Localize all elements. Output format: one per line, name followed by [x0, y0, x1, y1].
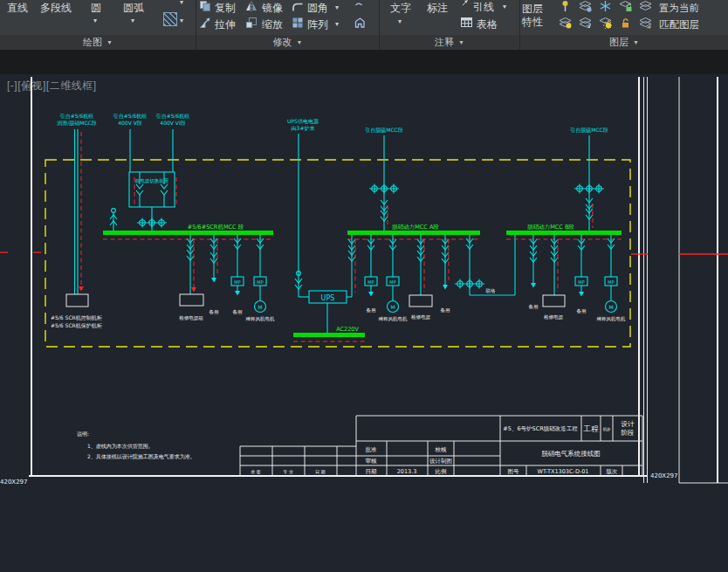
edit-polyline-icon[interactable] [354, 16, 367, 32]
feeder-label-spare: 备用 [233, 309, 243, 315]
panel-modify-caret-icon: ▼ [297, 39, 303, 45]
project-name: #5、6号炉SCR脱硝改造工程 [503, 425, 578, 432]
feeder-label-fan: 稀释风机电机 [246, 316, 276, 322]
design-stage-line2: 阶段 [622, 429, 635, 437]
ac220v-bus-label: AC220V [336, 326, 359, 333]
revision-cloud-dropdown[interactable]: ▾ [180, 0, 183, 6]
set-current-button[interactable]: 置为当前 [659, 2, 699, 15]
array-button[interactable]: 阵列 [307, 17, 328, 32]
arc-dropdown[interactable]: ▾ [131, 17, 134, 24]
dimension-button[interactable]: 标注 [427, 1, 448, 16]
motor-symbol-label: M [390, 304, 395, 310]
panel-layers-caret-icon: ▼ [633, 39, 639, 45]
table-icon [460, 16, 473, 32]
feeder-label-spare: 备用 [577, 308, 587, 314]
autocad-window: 直线 多段线 圆 ▾ 圆弧 ▾ ▾ ▾ 绘图 ▼ 复制 镜像 圆角 ▾ [0, 0, 728, 572]
scale-label: 比例 [436, 468, 447, 475]
text-button[interactable]: 文字 [390, 1, 411, 16]
layer-thaw-icon[interactable] [599, 17, 612, 29]
mp-box-label: MP [234, 279, 240, 285]
feeder-label-fan: 稀释风机电机 [597, 316, 627, 322]
ribbon: 直线 多段线 圆 ▾ 圆弧 ▾ ▾ ▾ 绘图 ▼ 复制 镜像 圆角 ▾ [0, 0, 728, 50]
circle-button[interactable]: 圆 [91, 1, 101, 16]
layer-current-icon [639, 0, 652, 12]
stage-note: 初步 [603, 427, 612, 431]
polyline-button[interactable]: 多段线 [40, 1, 72, 16]
viewport-controls-menu[interactable]: [-] [7, 79, 17, 92]
busA-incomer-label: 引自脱硫MCC段 [365, 127, 403, 134]
arc-button[interactable]: 圆弧 [123, 1, 144, 16]
leader-button[interactable]: 引线 [473, 0, 494, 15]
incomer-lube-mcc: 引自#5/6机组 润滑/脱硝MCC段 #5/6 SCR机控制机柜 #5/6 SC… [51, 113, 102, 328]
mp-box-label: MP [257, 279, 263, 285]
viewport-style-menu[interactable]: [二维线框] [46, 79, 97, 92]
layer-properties-line1: 图层 [522, 3, 543, 16]
bus-a-incomer: 引自脱硫MCC段 [365, 127, 403, 231]
layer-properties-line2: 特性 [522, 16, 543, 29]
feeder-label-maint: 检修电源 [544, 314, 564, 320]
leader-dropdown[interactable]: ▾ [503, 3, 506, 10]
scale-button[interactable]: 缩放 [262, 17, 283, 32]
sheet-size-right: 420X297 [650, 472, 678, 479]
revision-label: 版次 [607, 468, 619, 475]
panel-title-draw[interactable]: 绘图 ▼ [0, 35, 196, 50]
match-layer-button[interactable]: 匹配图层 [659, 18, 699, 31]
drawing-number-value: WT-TX1303C-D-01 [537, 468, 588, 475]
layer-properties-button[interactable]: 图层 特性 [522, 3, 543, 29]
hatch-icon[interactable] [163, 12, 177, 26]
mp-box-label: MP [389, 279, 395, 285]
mirror-button[interactable]: 镜像 [262, 1, 283, 16]
fillet-dropdown[interactable]: ▾ [335, 3, 339, 11]
table-button[interactable]: 表格 [477, 17, 498, 32]
tie-line-label: 联络 [486, 288, 497, 293]
title-block: #5、6号炉SCR脱硝改造工程 工程 初步 设计 阶段 脱硝电气系统接线图 批准… [240, 416, 642, 476]
circle-dropdown[interactable]: ▾ [93, 17, 97, 24]
panel-title-layers[interactable]: 图层 ▼ [520, 35, 728, 50]
review-label: 审核 [366, 458, 378, 465]
array-dropdown[interactable]: ▾ [335, 20, 339, 28]
incomer3-label-line1: 引自#5/6机组 [156, 113, 190, 120]
cabinet-label-1: #5/6 SCR机控制机柜 [51, 314, 102, 321]
layer-unlock-icon[interactable] [619, 17, 632, 29]
file-tab-bar: 开始 D 电气图纸* × + [0, 50, 728, 74]
fillet-button[interactable]: 圆角 [307, 1, 328, 16]
blend-icon[interactable] [352, 0, 366, 5]
text-dropdown[interactable]: ▾ [398, 17, 402, 25]
incomer1-label-line2: 润滑/脱硝MCC段 [57, 120, 97, 127]
layer-pin-icon[interactable] [559, 0, 572, 12]
sign-date-label: 日 期 [315, 469, 326, 475]
ups-branch: UPS供电电源 由3#炉来 UPS AC220V [287, 118, 365, 341]
bus-denox-mcc-b: 脱硝动力MCC B段 备用 检修电源 MP 备用 MP [506, 224, 626, 322]
panel-title-annotate[interactable]: 注释 ▼ [380, 35, 519, 50]
viewport-view-menu[interactable]: [俯视] [17, 79, 46, 92]
panel-title-draw-label: 绘图 [83, 36, 102, 49]
panel-title-modify-label: 修改 [273, 36, 292, 49]
layer-unisolate-icon[interactable] [579, 17, 592, 29]
design-stage-line1: 设计 [622, 420, 635, 428]
mp-box-label: MP [608, 279, 614, 285]
panel-title-layers-label: 图层 [609, 36, 628, 49]
hatch-dropdown[interactable]: ▾ [180, 17, 183, 24]
drawing-number-label: 图号 [508, 468, 520, 475]
date-label: 日期 [366, 468, 377, 475]
layer-lock-icon[interactable] [619, 0, 632, 12]
approve-label: 批准 [366, 446, 378, 453]
panel-title-modify[interactable]: 修改 ▼ [196, 35, 379, 50]
bus1-label: #5/6#SCR机MCC 段 [188, 224, 244, 231]
cabinet-label-2: #5/6 SCR机保护机柜 [51, 322, 102, 328]
layer-isolate-icon[interactable] [579, 0, 592, 12]
copy-button[interactable]: 复制 [215, 1, 236, 16]
layer-on-off-icon[interactable] [559, 17, 572, 29]
line-button[interactable]: 直线 [7, 1, 28, 16]
copy-icon [199, 0, 211, 16]
dual-power-switch-label: 双电源切换装置 [134, 178, 169, 184]
layer-freeze-icon[interactable] [599, 0, 612, 12]
motor-symbol-label: M [608, 304, 613, 310]
bus-denox-mcc-a: 脱硝动力MCC A段 MP 备用 MP M 稀释风机电机 [347, 224, 515, 322]
mirror-icon [245, 0, 258, 16]
schematic-drawing: 420X297 420X297 引自#5/6机组 润滑/脱硝MCC段 #5/6 … [0, 74, 728, 572]
stretch-button[interactable]: 拉伸 [215, 17, 236, 32]
drawing-canvas[interactable]: [-][俯视][二维线框] 420X297 420X297 [0, 74, 728, 572]
panel-title-annotate-label: 注释 [435, 36, 454, 49]
array-icon [292, 17, 304, 32]
